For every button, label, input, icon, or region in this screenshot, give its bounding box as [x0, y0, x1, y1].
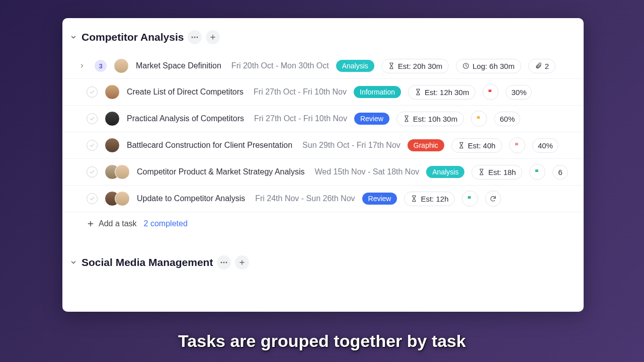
- check-circle-icon[interactable]: [87, 166, 98, 177]
- estimate-text: Est: 12h: [421, 195, 448, 203]
- subtask-count: 3: [95, 60, 107, 72]
- estimate-text: Est: 20h 30m: [398, 62, 442, 70]
- task-dates: Fri 24th Nov - Sun 26th Nov: [255, 194, 355, 203]
- progress-percent: 60%: [494, 112, 520, 126]
- flag-icon[interactable]: [509, 137, 525, 153]
- task-row[interactable]: Create List of Direct Competitors Fri 27…: [62, 79, 584, 106]
- flag-icon[interactable]: [471, 111, 487, 127]
- log-pill[interactable]: Log: 6h 30m: [456, 59, 521, 73]
- svg-point-1: [194, 37, 196, 38]
- estimate-pill[interactable]: Est: 12h 30m: [408, 85, 475, 100]
- task-panel: Competitor Analysis 3 Market Space Defin…: [62, 18, 584, 312]
- task-title: Battlecard Construction for Client Prese…: [127, 141, 292, 150]
- hourglass-icon: [411, 195, 418, 202]
- plus-icon: [87, 220, 95, 228]
- svg-point-6: [226, 262, 227, 263]
- avatar[interactable]: [105, 111, 120, 126]
- estimate-text: Est: 12h 30m: [425, 88, 469, 97]
- task-title: Competitor Product & Market Strategy Ana…: [137, 167, 304, 176]
- hourglass-icon: [478, 168, 485, 175]
- add-task-label: Add a task: [99, 219, 137, 228]
- progress-percent: 40%: [532, 138, 558, 153]
- hourglass-icon: [388, 62, 395, 69]
- hourglass-icon: [403, 115, 410, 122]
- paperclip-icon: [535, 62, 542, 69]
- tag-analysis[interactable]: Analysis: [426, 166, 464, 178]
- task-title: Market Space Definition: [136, 61, 221, 70]
- attachment-count: 2: [545, 62, 549, 70]
- check-circle-icon[interactable]: [87, 86, 98, 98]
- avatar[interactable]: [105, 84, 120, 100]
- more-icon[interactable]: [217, 255, 231, 269]
- task-title: Practical Analysis of Competitors: [127, 114, 244, 123]
- add-task-button[interactable]: Add a task: [87, 219, 137, 228]
- avatar-stack[interactable]: [105, 191, 130, 206]
- estimate-text: Est: 40h: [468, 141, 496, 150]
- task-row[interactable]: Competitor Product & Market Strategy Ana…: [62, 159, 584, 186]
- task-list: 3 Market Space Definition Fri 20th Oct -…: [62, 53, 584, 235]
- task-row[interactable]: Practical Analysis of Competitors Fri 27…: [62, 106, 584, 132]
- add-task-row: Add a task 2 completed: [62, 212, 584, 235]
- check-circle-icon[interactable]: [87, 113, 98, 124]
- svg-point-0: [192, 37, 193, 38]
- flag-icon[interactable]: [482, 84, 499, 100]
- refresh-icon[interactable]: [485, 191, 501, 207]
- group-title: Social Media Management: [82, 256, 213, 268]
- estimate-pill[interactable]: Est: 20h 30m: [381, 59, 449, 73]
- task-row[interactable]: 3 Market Space Definition Fri 20th Oct -…: [62, 53, 584, 79]
- estimate-pill[interactable]: Est: 18h: [471, 165, 522, 179]
- estimate-pill[interactable]: Est: 40h: [451, 138, 502, 153]
- svg-point-4: [221, 262, 222, 263]
- check-circle-icon[interactable]: [87, 140, 98, 151]
- avatar[interactable]: [114, 58, 129, 73]
- svg-point-5: [223, 262, 225, 263]
- tag-information[interactable]: Information: [354, 86, 401, 98]
- progress-percent: 6: [552, 165, 568, 179]
- avatar-stack[interactable]: [105, 164, 130, 179]
- task-title: Create List of Direct Competitors: [127, 87, 244, 97]
- tag-review[interactable]: Review: [354, 113, 389, 125]
- group-title: Competitor Analysis: [82, 31, 184, 43]
- group-header[interactable]: Competitor Analysis: [62, 27, 584, 47]
- svg-point-2: [197, 37, 198, 38]
- clock-icon: [462, 62, 469, 69]
- estimate-text: Est: 18h: [488, 168, 516, 176]
- estimate-text: Est: 10h 30m: [413, 115, 457, 123]
- chevron-right-icon[interactable]: [76, 60, 88, 71]
- group-header[interactable]: Social Media Management: [62, 252, 584, 273]
- completed-link[interactable]: 2 completed: [144, 219, 188, 228]
- attachment-pill[interactable]: 2: [528, 59, 555, 73]
- add-icon[interactable]: [235, 255, 249, 269]
- task-dates: Fri 27th Oct - Fri 10th Nov: [254, 87, 347, 97]
- chevron-down-icon[interactable]: [69, 258, 77, 266]
- tag-graphic[interactable]: Graphic: [408, 139, 444, 151]
- caption-text: Tasks are grouped together by task: [0, 331, 644, 351]
- task-row[interactable]: Battlecard Construction for Client Prese…: [62, 132, 584, 159]
- flag-icon[interactable]: [462, 191, 478, 207]
- tag-analysis[interactable]: Analysis: [336, 60, 374, 72]
- add-icon[interactable]: [206, 30, 220, 44]
- progress-percent: 30%: [506, 85, 532, 100]
- task-dates: Fri 20th Oct - Mon 30th Oct: [231, 61, 329, 70]
- tag-review[interactable]: Review: [362, 193, 397, 205]
- task-dates: Fri 27th Oct - Fri 10th Nov: [254, 114, 347, 123]
- task-dates: Sun 29th Oct - Fri 17th Nov: [302, 141, 400, 150]
- task-title: Update to Competitor Analysis: [137, 194, 245, 203]
- task-row[interactable]: Update to Competitor Analysis Fri 24th N…: [62, 186, 584, 212]
- estimate-pill[interactable]: Est: 10h 30m: [396, 112, 464, 126]
- task-dates: Wed 15th Nov - Sat 18th Nov: [314, 167, 419, 176]
- hourglass-icon: [415, 88, 422, 96]
- avatar[interactable]: [105, 138, 120, 153]
- more-icon[interactable]: [188, 30, 202, 44]
- log-text: Log: 6h 30m: [472, 62, 514, 70]
- check-circle-icon[interactable]: [87, 193, 98, 204]
- chevron-down-icon[interactable]: [69, 33, 77, 41]
- estimate-pill[interactable]: Est: 12h: [404, 192, 455, 206]
- flag-icon[interactable]: [529, 164, 545, 180]
- hourglass-icon: [458, 142, 465, 149]
